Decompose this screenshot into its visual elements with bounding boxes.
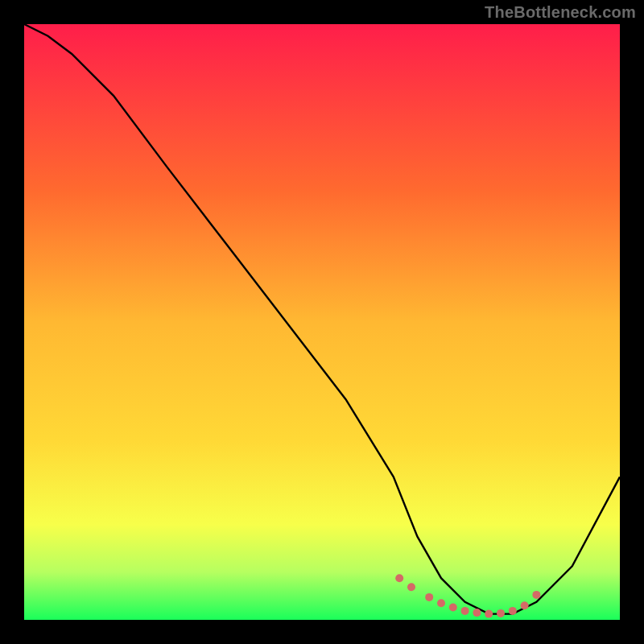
sweet-spot-dot	[509, 607, 517, 615]
sweet-spot-dot	[425, 593, 433, 601]
gradient-background	[24, 24, 620, 620]
chart-frame: TheBottleneck.com	[0, 0, 644, 644]
watermark-text: TheBottleneck.com	[485, 3, 636, 22]
sweet-spot-dot	[437, 599, 445, 607]
sweet-spot-dot	[485, 610, 493, 618]
plot-area	[24, 24, 620, 620]
sweet-spot-dot	[521, 601, 529, 609]
sweet-spot-dot	[461, 607, 469, 615]
chart-svg	[24, 24, 620, 620]
sweet-spot-dot	[395, 574, 403, 582]
sweet-spot-dot	[407, 583, 415, 591]
sweet-spot-dot	[473, 609, 481, 617]
sweet-spot-dot	[497, 609, 505, 617]
sweet-spot-dot	[532, 591, 540, 599]
sweet-spot-dot	[449, 604, 457, 612]
